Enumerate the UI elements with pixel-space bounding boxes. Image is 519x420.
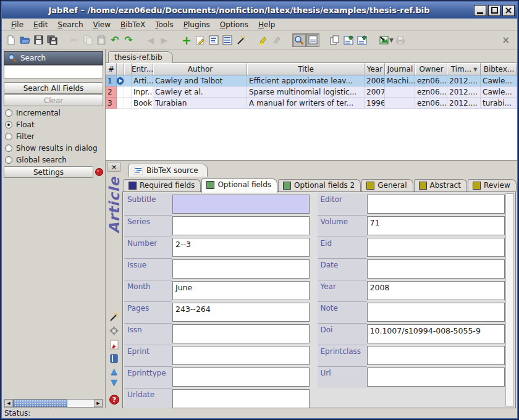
search-pane-header[interactable]: Search — [4, 51, 103, 65]
undo-icon[interactable]: ↶ — [108, 33, 122, 47]
menu-plugins[interactable]: Plugins — [179, 20, 214, 30]
database-tab[interactable]: thesis-ref.bib — [108, 51, 173, 63]
header-year[interactable]: Year — [365, 63, 385, 75]
note-input[interactable] — [367, 303, 505, 322]
menu-bibtex[interactable]: BibTeX — [116, 20, 150, 30]
back-icon[interactable]: ◀ — [144, 33, 158, 47]
open-database-icon[interactable] — [18, 33, 32, 47]
edit-preamble-icon[interactable] — [221, 33, 234, 47]
table-row[interactable]: 1 Arti... Cawley and Talbot Efficient ap… — [106, 75, 517, 86]
cell-journal[interactable] — [385, 86, 415, 98]
cell-bibtexkey[interactable]: Cawle... — [481, 86, 517, 98]
urldate-input[interactable] — [172, 389, 310, 408]
cell-year[interactable]: 1996 — [365, 98, 385, 109]
doi-input[interactable]: 10.1007/s10994-008-5055-9 — [367, 324, 505, 343]
cell-title[interactable]: Efficient approximate leav... — [247, 75, 365, 86]
cell-number[interactable]: 3 — [106, 98, 117, 109]
table-row[interactable]: 3 Book Turabian A manual for writers of … — [106, 98, 517, 109]
radio-float[interactable]: Float — [4, 119, 103, 130]
eid-input[interactable] — [367, 238, 505, 257]
cell-owner[interactable]: ezn06... — [415, 75, 447, 86]
header-icon-2[interactable] — [124, 63, 132, 75]
tab-general[interactable]: General — [361, 179, 413, 191]
close-database-icon[interactable]: × — [502, 35, 515, 46]
scrollbar-track[interactable] — [67, 400, 94, 407]
autoset-gear-icon[interactable] — [109, 326, 119, 335]
year-input[interactable]: 2008 — [367, 281, 505, 300]
forward-icon[interactable]: ▶ — [158, 33, 171, 47]
cell-year[interactable]: 2007 — [365, 86, 385, 98]
new-database-icon[interactable] — [4, 33, 18, 47]
cell-icon[interactable] — [117, 86, 124, 98]
date-input[interactable] — [367, 259, 505, 279]
issue-input[interactable] — [172, 259, 310, 279]
cell-bibtexkey[interactable]: Cawle... — [481, 75, 517, 86]
menu-view[interactable]: View — [89, 20, 115, 30]
radio-incremental[interactable]: Incremental — [4, 107, 103, 119]
cell-title[interactable]: Sparse multinomial logistic... — [247, 86, 365, 98]
duplicate-entry-icon[interactable] — [328, 33, 342, 47]
editor-input[interactable] — [367, 195, 505, 214]
fields-vertical-scrollbar[interactable] — [505, 193, 514, 406]
tab-required-fields[interactable]: Required fields — [124, 179, 201, 191]
paste-icon[interactable] — [95, 33, 108, 47]
push-to-application-2-icon[interactable] — [355, 33, 369, 47]
sidebar-horizontal-scrollbar[interactable]: ◀ ▶ — [4, 399, 103, 408]
menu-search[interactable]: Search — [53, 20, 87, 30]
print-entry-preview-icon[interactable] — [394, 33, 407, 47]
save-all-icon[interactable] — [45, 33, 59, 47]
series-input[interactable] — [172, 216, 310, 235]
cell-icon-2[interactable] — [124, 75, 132, 86]
volume-input[interactable]: 71 — [367, 216, 505, 235]
redo-icon[interactable]: ↷ — [122, 33, 135, 47]
search-all-fields-button[interactable]: Search All Fields — [4, 82, 103, 94]
cell-bibtexkey[interactable]: turabi... — [481, 98, 517, 109]
table-row[interactable]: 2 Inpr... Cawley et al. Sparse multinomi… — [106, 86, 517, 98]
close-button[interactable]: × — [502, 5, 515, 16]
title-bar[interactable]: JabRef – /home/ezn06edu/Documents/nonfic… — [2, 2, 517, 19]
tab-bibtex-source[interactable]: BibTeX source — [129, 164, 208, 177]
help-icon[interactable]: ? — [109, 395, 119, 405]
number-input[interactable]: 2--3 — [172, 238, 310, 257]
unmark-entries-icon[interactable] — [270, 33, 284, 47]
minimize-button[interactable] — [474, 5, 486, 16]
cell-entrytype[interactable]: Arti... — [132, 75, 153, 86]
radio-show-results-in-dialog[interactable]: Show results in dialog — [4, 142, 103, 154]
url-input[interactable] — [367, 368, 505, 387]
clear-button[interactable]: Clear — [4, 94, 103, 106]
tab-optional-fields[interactable]: Optional fields — [201, 178, 277, 193]
menu-edit[interactable]: Edit — [29, 20, 52, 30]
save-database-icon[interactable] — [32, 33, 45, 47]
menu-tools[interactable]: Tools — [151, 20, 178, 30]
header-title[interactable]: Title — [247, 63, 365, 75]
scroll-right-icon[interactable]: ▶ — [94, 400, 103, 407]
header-bibtexkey[interactable]: Bibtex... — [481, 63, 517, 75]
header-journal[interactable]: Journal — [385, 63, 415, 75]
previous-entry-icon[interactable]: ▲ — [111, 368, 117, 374]
cell-title[interactable]: A manual for writers of ter... — [247, 98, 365, 109]
new-entry-icon[interactable]: + — [180, 33, 193, 47]
cell-icon-2[interactable] — [124, 86, 132, 98]
cell-timestamp[interactable]: 2012.... — [447, 75, 481, 86]
cell-year[interactable]: 2008 — [365, 75, 385, 86]
cell-icon[interactable] — [117, 75, 124, 86]
search-input[interactable] — [4, 65, 103, 78]
header-number[interactable]: # — [106, 63, 117, 75]
cell-entrytype[interactable]: Book — [132, 98, 153, 109]
tab-review[interactable]: Review — [468, 179, 517, 191]
next-entry-icon[interactable]: ▼ — [111, 379, 117, 385]
settings-button[interactable]: Settings — [4, 166, 93, 178]
cell-icon-2[interactable] — [124, 98, 132, 109]
cell-number[interactable]: 2 — [106, 86, 117, 98]
eprint-input[interactable] — [172, 346, 310, 365]
generate-key-wand-icon[interactable] — [109, 313, 119, 322]
openoffice-dropdown-icon[interactable]: ▼ — [389, 37, 394, 43]
cell-icon[interactable] — [117, 98, 124, 109]
cell-journal[interactable]: Machi... — [385, 75, 415, 86]
menu-options[interactable]: Options — [216, 20, 253, 30]
header-entrytype[interactable]: Entr... — [132, 63, 153, 75]
cell-owner[interactable]: ezn06... — [415, 86, 447, 98]
header-icon-1[interactable] — [117, 63, 124, 75]
cell-author[interactable]: Cawley and Talbot — [153, 75, 247, 86]
cell-journal[interactable] — [385, 98, 415, 109]
